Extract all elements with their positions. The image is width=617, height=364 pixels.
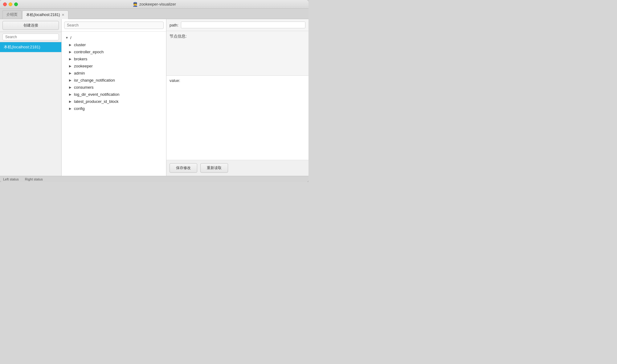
chevron-right-icon: ▶	[69, 43, 72, 47]
right-status: Right status	[25, 177, 43, 181]
tree-node-controller-epoch[interactable]: ▶ controller_epoch	[62, 48, 166, 55]
tree-node-root[interactable]: ▼ /	[62, 34, 166, 41]
tree-node-config-label: config	[74, 106, 85, 111]
tree-node-brokers[interactable]: ▶ brokers	[62, 55, 166, 63]
chevron-right-icon: ▶	[69, 50, 72, 54]
tree-node-brokers-label: brokers	[74, 57, 87, 61]
reload-button[interactable]: 重新读取	[200, 163, 228, 173]
tabbar: 介绍页 本机(localhost:2181) ✕	[0, 9, 308, 19]
tree-node-consumers[interactable]: ▶ consumers	[62, 84, 166, 91]
chevron-right-icon: ▶	[69, 57, 72, 61]
value-label: value:	[170, 78, 305, 83]
tree-node-consumers-label: consumers	[74, 85, 94, 90]
node-info-label: 节点信息:	[170, 34, 305, 39]
app-title-text: zookeeper-visualizer	[139, 2, 176, 6]
tree-node-cluster-label: cluster	[74, 42, 86, 47]
tree-node-admin[interactable]: ▶ admin	[62, 70, 166, 77]
tree-node-config[interactable]: ▶ config	[62, 105, 166, 112]
tree-node-cluster[interactable]: ▶ cluster	[62, 41, 166, 48]
sidebar-header: 创建连接	[0, 19, 61, 32]
titlebar-title: 👮 zookeeper-visualizer	[133, 2, 176, 7]
sidebar-search-container	[0, 32, 61, 42]
tab-intro[interactable]: 介绍页	[2, 10, 22, 19]
statusbar: Left status Right status	[0, 176, 308, 182]
maximize-button[interactable]	[14, 2, 18, 6]
tree-node-latest-producer-label: latest_producer_id_block	[74, 99, 119, 104]
value-textarea[interactable]	[170, 84, 305, 157]
tree-node-admin-label: admin	[74, 71, 85, 75]
tree-node-zookeeper-label: zookeeper	[74, 64, 93, 68]
chevron-right-icon: ▶	[69, 79, 72, 82]
titlebar: 👮 zookeeper-visualizer	[0, 0, 308, 9]
chevron-right-icon: ▶	[69, 71, 72, 75]
tree-node-latest-producer[interactable]: ▶ latest_producer_id_block	[62, 98, 166, 105]
traffic-lights	[3, 2, 18, 6]
tab-close-icon[interactable]: ✕	[62, 13, 64, 17]
create-connection-button[interactable]: 创建连接	[2, 21, 59, 30]
chevron-right-icon: ▶	[69, 86, 72, 89]
detail-panel: path: 节点信息: value: 保存修改 重新读取	[166, 19, 308, 176]
tab-localhost-label: 本机(localhost:2181)	[26, 12, 60, 18]
tree-content: ▼ / ▶ cluster ▶ controller_epoch ▶ broke…	[62, 32, 166, 176]
sidebar: 创建连接 本机(localhost:2181)	[0, 19, 62, 176]
value-section: value:	[166, 76, 308, 160]
minimize-button[interactable]	[9, 2, 12, 6]
path-input[interactable]	[181, 22, 305, 28]
tree-node-root-label: /	[70, 35, 72, 40]
save-button[interactable]: 保存修改	[170, 163, 197, 173]
tab-localhost[interactable]: 本机(localhost:2181) ✕	[22, 10, 68, 19]
app-window: 👮 zookeeper-visualizer 介绍页 本机(localhost:…	[0, 0, 308, 182]
detail-path-row: path:	[166, 19, 308, 31]
tree-search-container	[62, 19, 166, 32]
detail-buttons: 保存修改 重新读取	[166, 160, 308, 176]
tree-node-zookeeper[interactable]: ▶ zookeeper	[62, 63, 166, 70]
chevron-right-icon: ▶	[69, 64, 72, 68]
sidebar-search-input[interactable]	[2, 34, 59, 40]
tree-node-isr-change-label: isr_change_notification	[74, 78, 115, 83]
chevron-down-icon: ▼	[65, 36, 68, 39]
app-icon: 👮	[133, 2, 138, 7]
tab-intro-label: 介绍页	[6, 12, 18, 17]
close-button[interactable]	[3, 2, 7, 6]
sidebar-list: 本机(localhost:2181)	[0, 42, 61, 176]
left-status: Left status	[3, 177, 19, 181]
tree-node-isr-change[interactable]: ▶ isr_change_notification	[62, 77, 166, 84]
node-info-section: 节点信息:	[166, 31, 308, 76]
sidebar-item-localhost-label: 本机(localhost:2181)	[4, 45, 40, 49]
tree-panel: ▼ / ▶ cluster ▶ controller_epoch ▶ broke…	[62, 19, 166, 176]
sidebar-item-localhost[interactable]: 本机(localhost:2181)	[0, 42, 61, 52]
main-content: 创建连接 本机(localhost:2181) ▼ /	[0, 19, 308, 176]
node-info-content	[170, 40, 305, 65]
tree-node-controller-epoch-label: controller_epoch	[74, 50, 104, 54]
path-label: path:	[170, 23, 178, 27]
tree-node-log-dir-label: log_dir_event_notification	[74, 92, 119, 97]
chevron-right-icon: ▶	[69, 107, 72, 110]
chevron-right-icon: ▶	[69, 100, 72, 103]
tree-search-input[interactable]	[64, 22, 164, 29]
tree-node-log-dir[interactable]: ▶ log_dir_event_notification	[62, 91, 166, 98]
chevron-right-icon: ▶	[69, 93, 72, 96]
